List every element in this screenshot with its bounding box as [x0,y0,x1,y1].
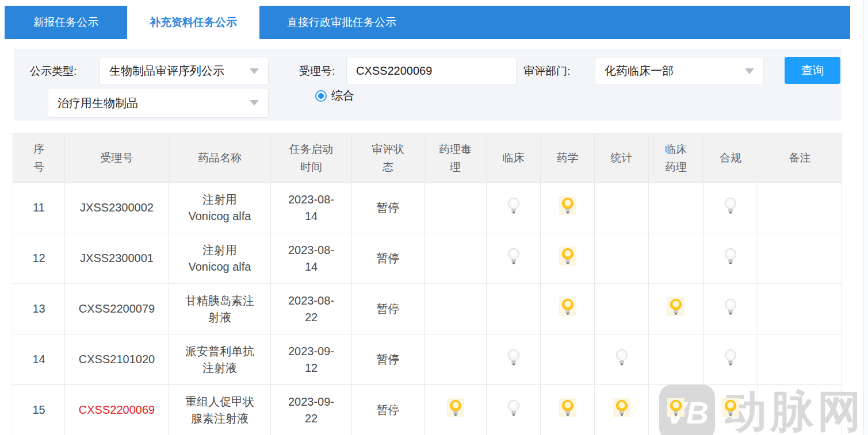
watermark-text: 动脉网 [723,383,865,435]
discipline-status-cell [595,183,649,233]
bulb-lit-icon [447,398,464,417]
bulb-unlit-icon [722,196,739,215]
bulb-lit-icon [559,196,576,215]
seq-cell: 12 [13,233,65,284]
review-status-cell: 暂停 [352,334,425,385]
discipline-status-cell [487,183,541,233]
discipline-status-cell [703,183,758,233]
start-date-cell: 2023-08- 22 [271,284,352,334]
column-header: 药品名称 [169,134,271,183]
acceptance-number-value: CXSS2200069 [356,64,432,78]
chevron-down-icon [745,68,754,74]
tab-direct-administrative-approval-tasks[interactable]: 直接行政审批任务公示 [259,6,424,39]
discipline-status-cell [425,334,487,385]
filter-panel: 公示类型: 生物制品审评序列公示 受理号: CXSS2200069 审评部门: … [14,49,842,121]
bulb-lit-icon [667,297,685,316]
discipline-status-cell [541,183,595,233]
bulb-unlit-icon [722,297,739,316]
discipline-status-cell [649,334,703,385]
discipline-status-cell [595,233,649,284]
table-row: 14CXSS2101020派安普利单抗 注射液2023-09- 12暂停 [13,334,842,385]
product-subtype-select[interactable]: 治疗用生物制品 [48,88,269,118]
acceptance-number-cell: CXSS2200069 [65,385,169,435]
acceptance-number-cell: CXSS2200079 [65,284,169,334]
bulb-lit-icon [559,297,576,316]
drug-name-cell: 派安普利单抗 注射液 [169,334,271,385]
product-subtype-value: 治疗用生物制品 [58,95,138,111]
column-header: 序 号 [13,134,65,183]
seq-cell: 14 [13,334,65,385]
review-department-value: 化药临床一部 [605,63,674,79]
comprehensive-radio[interactable]: 综合 [315,88,354,103]
acceptance-number-cell: JXSS2300001 [65,233,169,284]
bulb-lit-icon [559,247,576,265]
column-header: 药理毒 理 [425,134,487,183]
column-header: 临床 药理 [649,134,703,183]
bulb-unlit-icon [722,348,739,367]
publicity-type-select[interactable]: 生物制品审评序列公示 [100,57,269,85]
chevron-down-icon [250,68,259,74]
discipline-status-cell [487,284,541,334]
review-status-cell: 暂停 [352,385,425,435]
discipline-status-cell [703,284,758,334]
radio-selected-icon [315,90,327,102]
seq-cell: 11 [13,183,65,233]
column-header: 合规 [703,134,758,183]
discipline-status-cell [541,284,595,334]
publicity-type-value: 生物制品审评序列公示 [109,63,224,79]
start-date-cell: 2023-08- 14 [271,233,352,284]
bulb-unlit-icon [722,247,739,265]
start-date-cell: 2023-09- 22 [271,385,352,435]
discipline-status-cell [425,183,487,233]
bulb-lit-icon [559,398,576,417]
remark-cell [758,233,842,284]
discipline-status-cell [425,385,487,435]
remark-cell [758,183,842,233]
bulb-lit-icon [613,398,630,417]
discipline-status-cell [703,334,758,385]
discipline-status-cell [703,233,758,284]
drug-name-cell: 注射用 Vonicog alfa [169,183,271,233]
tab-bar: 新报任务公示 补充资料任务公示 直接行政审批任务公示 [5,6,850,39]
seq-cell: 13 [13,284,65,334]
watermark: VB 动脉网 [659,383,865,435]
seq-cell: 15 [13,385,65,435]
bulb-unlit-icon [505,398,522,417]
drug-name-cell: 甘精胰岛素注 射液 [169,284,271,334]
discipline-status-cell [541,385,595,435]
review-status-cell: 暂停 [352,183,425,233]
column-header: 临床 [487,134,541,183]
discipline-status-cell [649,233,703,284]
discipline-status-cell [595,385,649,435]
vertical-scrollbar[interactable] [863,0,868,435]
discipline-status-cell [425,284,487,334]
remark-cell [758,284,842,334]
review-status-cell: 暂停 [352,233,425,284]
discipline-status-cell [595,334,649,385]
review-department-label: 审评部门: [523,57,570,85]
discipline-status-cell [595,284,649,334]
acceptance-number-input[interactable]: CXSS2200069 [346,57,517,85]
column-header: 药学 [541,134,595,183]
column-header: 备注 [758,134,842,183]
table-row: 11JXSS2300002注射用 Vonicog alfa2023-08- 14… [13,183,842,233]
query-button[interactable]: 查询 [785,57,840,84]
discipline-status-cell [487,385,541,435]
acceptance-number-label: 受理号: [299,57,335,85]
table-header-row: 序 号受理号药品名称任务启动 时间审评状 态药理毒 理临床药学统计临床 药理合规… [13,134,842,183]
bulb-lit-icon [667,398,685,417]
review-department-select[interactable]: 化药临床一部 [595,57,764,85]
discipline-status-cell [541,334,595,385]
tab-supplementary-material-tasks[interactable]: 补充资料任务公示 [127,6,259,39]
acceptance-number-cell: CXSS2101020 [65,334,169,385]
acceptance-number-cell: JXSS2300002 [65,183,169,233]
comprehensive-radio-label: 综合 [331,88,354,103]
chevron-down-icon [250,100,259,106]
bulb-unlit-icon [505,196,522,215]
tab-new-report-tasks[interactable]: 新报任务公示 [5,6,127,39]
discipline-status-cell [541,233,595,284]
page: 新报任务公示 补充资料任务公示 直接行政审批任务公示 公示类型: 生物制品审评序… [0,0,868,435]
discipline-status-cell [487,334,541,385]
discipline-status-cell [649,183,703,233]
bulb-lit-icon [722,398,739,417]
